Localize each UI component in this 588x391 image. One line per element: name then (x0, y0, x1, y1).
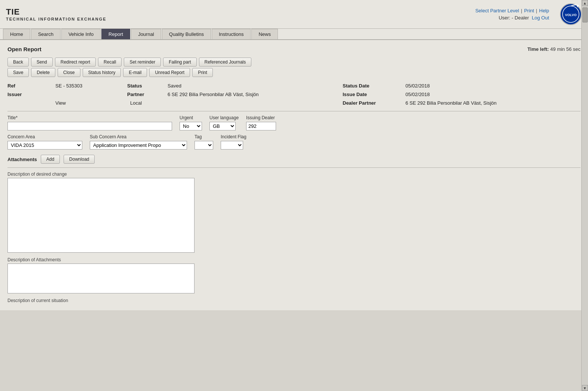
urgent-group: Urgent No Yes (180, 115, 202, 130)
download-attachment-button[interactable]: Download (64, 155, 95, 164)
tab-search[interactable]: Search (31, 29, 61, 39)
tab-instructions[interactable]: Instructions (212, 29, 251, 39)
send-button[interactable]: Send (31, 58, 53, 67)
partner-value: 6 SE 292 Bilia Personbilar AB Väst, Sisj… (165, 91, 343, 98)
urgent-select[interactable]: No Yes (180, 122, 202, 130)
header: TIE TECHNICAL INFORMATION EXCHANGE Selec… (0, 0, 588, 29)
toolbar: Back Send Redirect report Recall Set rem… (7, 58, 581, 77)
tag-label: Tag (195, 134, 213, 139)
issue-date-value: 05/02/2018 (402, 91, 581, 98)
failing-part-button[interactable]: Failing part (163, 58, 196, 67)
title-group: Title* (7, 115, 172, 130)
toolbar-row1: Back Send Redirect report Recall Set rem… (7, 58, 581, 67)
concern-area-row: Concern Area VIDA 2015 VIDA 2014 VIDA 20… (7, 134, 581, 150)
tab-home[interactable]: Home (3, 29, 30, 39)
title-input[interactable] (7, 122, 172, 130)
svg-text:VOLVO: VOLVO (565, 13, 577, 17)
scrollbar-right[interactable]: ▲ ▼ (581, 0, 588, 391)
email-button[interactable]: E-mail (123, 68, 147, 77)
header-links: Select Partner Level | Print | Help (475, 8, 549, 13)
concern-area-group: Concern Area VIDA 2015 VIDA 2014 VIDA 20… (7, 134, 82, 150)
user-language-label: User language (209, 115, 239, 120)
incident-flag-group: Incident Flag (221, 134, 246, 150)
concern-area-select[interactable]: VIDA 2015 VIDA 2014 VIDA 2013 (7, 141, 82, 150)
issuing-dealer-label: Issuing Dealer (246, 115, 276, 120)
tab-news[interactable]: News (251, 29, 278, 39)
close-button[interactable]: Close (58, 68, 80, 77)
status-history-button[interactable]: Status history (83, 68, 121, 77)
set-reminder-button[interactable]: Set reminder (124, 58, 161, 67)
issuing-dealer-group: Issuing Dealer (246, 115, 276, 130)
select-partner-link[interactable]: Select Partner Level (475, 8, 519, 13)
status-label: Status (127, 82, 165, 89)
tab-vehicle-info[interactable]: Vehicle Info (61, 29, 101, 39)
dealer-partner-value: 6 SE 292 Bilia Personbilar AB Väst, Sisj… (402, 99, 581, 107)
unread-report-button[interactable]: Unread Report (149, 68, 190, 77)
sub-concern-area-select[interactable]: Application Improvement Propo Other (90, 141, 187, 150)
status-date-label: Status Date (343, 82, 402, 89)
header-right: Select Partner Level | Print | Help User… (475, 8, 549, 21)
time-left: Time left: 49 min 56 sec (527, 46, 581, 52)
desc-current-label: Description of current situation (7, 298, 581, 303)
tag-select[interactable] (195, 141, 213, 150)
user-label: User: (499, 15, 510, 21)
tag-group: Tag (195, 134, 213, 150)
logout-link[interactable]: Log Out (532, 15, 549, 21)
issuing-dealer-input[interactable] (246, 122, 276, 130)
scroll-up-arrow[interactable]: ▲ (582, 0, 588, 6)
issuer-label: Issuer (7, 91, 52, 98)
tab-report[interactable]: Report (101, 29, 130, 39)
issuer-value (52, 91, 127, 98)
dealer-partner-label: Dealer Partner (343, 99, 402, 107)
attachments-row: Attachments Add Download (7, 155, 581, 164)
form-section: Title* Urgent No Yes User language GB SE… (7, 115, 581, 150)
incident-flag-select[interactable] (221, 141, 243, 150)
save-button[interactable]: Save (7, 68, 29, 77)
divider2 (7, 167, 581, 168)
scroll-down-arrow[interactable]: ▼ (582, 385, 588, 391)
issue-date-label: Issue Date (343, 91, 402, 98)
redirect-report-button[interactable]: Redirect report (55, 58, 96, 67)
user-language-select[interactable]: GB SE DE FR (209, 122, 236, 130)
referenced-journals-button[interactable]: Referenced Journals (199, 58, 252, 67)
view-label (7, 99, 52, 107)
print-toolbar-button[interactable]: Print (192, 68, 213, 77)
scroll-thumb[interactable] (582, 7, 588, 22)
nav: Home Search Vehicle Info Report Journal … (0, 29, 588, 40)
page-header-row: Open Report Time left: 49 min 56 sec (7, 46, 581, 52)
ref-value: SE - 535303 (52, 82, 127, 89)
recall-button[interactable]: Recall (98, 58, 122, 67)
logo-area: TIE TECHNICAL INFORMATION EXCHANGE (6, 7, 107, 21)
main-content: Open Report Time left: 49 min 56 sec Bac… (0, 40, 588, 310)
logo-tie: TIE (6, 7, 107, 17)
status-date-value: 05/02/2018 (402, 82, 581, 89)
info-section: Ref SE - 535303 Status Saved Status Date… (7, 82, 581, 107)
user-role: - Dealer (512, 15, 529, 21)
desc-section: Description of desired change Descriptio… (7, 172, 581, 303)
desc-attachments-textarea[interactable] (7, 264, 195, 293)
print-link[interactable]: Print (524, 8, 534, 13)
desc-change-label: Description of desired change (7, 172, 581, 177)
sub-concern-area-group: Sub Concern Area Application Improvement… (90, 134, 187, 150)
add-attachment-button[interactable]: Add (41, 155, 60, 164)
time-left-value: 49 min 56 sec (550, 46, 581, 52)
volvo-logo: VOLVO (560, 3, 582, 25)
desc-attachments-label: Description of Attachments (7, 257, 581, 262)
back-button[interactable]: Back (7, 58, 29, 67)
sub-concern-area-label: Sub Concern Area (90, 134, 187, 139)
header-user: User: - Dealer Log Out (499, 15, 549, 21)
title-label: Title* (7, 115, 172, 120)
view-value: Local (127, 99, 165, 107)
toolbar-row2: Save Delete Close Status history E-mail … (7, 68, 581, 77)
tab-journal[interactable]: Journal (131, 29, 161, 39)
divider1 (7, 111, 581, 111)
pipe1: | (521, 8, 522, 13)
help-link[interactable]: Help (539, 8, 549, 13)
concern-area-label: Concern Area (7, 134, 82, 139)
status-value: Saved (165, 82, 343, 89)
delete-button[interactable]: Delete (31, 68, 55, 77)
desc-change-textarea[interactable] (7, 178, 195, 253)
incident-flag-label: Incident Flag (221, 134, 246, 139)
tab-quality-bulletins[interactable]: Quality Bulletins (162, 29, 211, 39)
logo-subtitle: TECHNICAL INFORMATION EXCHANGE (6, 17, 107, 21)
